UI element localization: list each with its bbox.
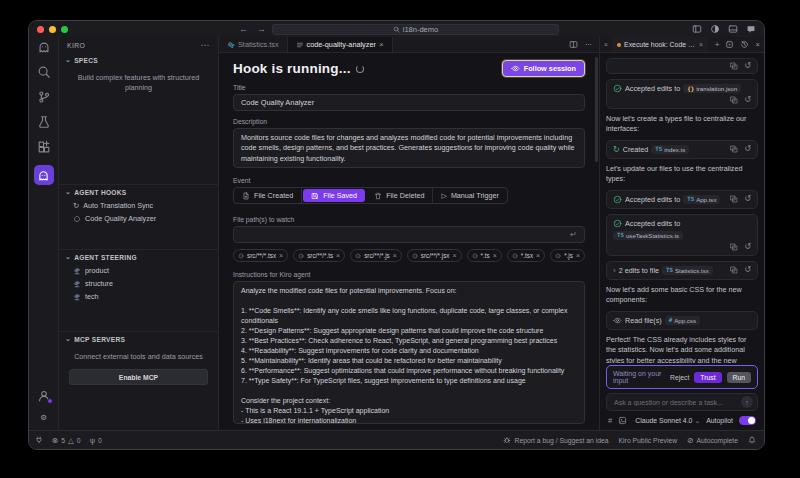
notifications-bell[interactable] — [748, 436, 756, 444]
kiro-logo-icon[interactable] — [37, 40, 51, 54]
expand-icon[interactable]: › — [613, 266, 616, 275]
chat-input[interactable]: Ask a question or describe a task... ↑ — [606, 393, 758, 411]
pattern-chip-clipped[interactable]: *.js× — [550, 249, 585, 262]
diff-icon[interactable] — [730, 266, 738, 274]
file-pill[interactable]: TSindex.ts — [651, 145, 689, 154]
sessions-icon[interactable] — [725, 40, 734, 49]
trust-button[interactable]: Trust — [694, 372, 721, 383]
attach-image-icon[interactable] — [618, 416, 627, 425]
tab-statistics[interactable]: Statistics.tsx — [219, 37, 288, 52]
agent-steering-header[interactable]: ⌄ AGENT STEERING — [59, 250, 218, 264]
hook-item-auto-translation[interactable]: ↻ Auto Translation Sync — [59, 199, 218, 212]
file-pill[interactable]: {}translation.json — [683, 84, 741, 93]
testing-flask-icon[interactable] — [37, 115, 51, 129]
chat-session-tab[interactable]: Execute hook: Code Q... × — [612, 37, 708, 52]
remove-chip-icon[interactable]: × — [393, 252, 397, 259]
history-icon[interactable] — [740, 40, 749, 49]
zoom-window-button[interactable] — [61, 26, 68, 33]
file-pill[interactable]: #App.css — [665, 316, 700, 325]
report-bug-button[interactable]: Report a bug / Suggest an idea — [503, 436, 608, 444]
pattern-chip[interactable]: src/**/*.tsx× — [233, 249, 288, 262]
remove-chip-icon[interactable]: × — [536, 252, 540, 259]
file-pill[interactable]: TSuseTaskStatistics.ts — [613, 231, 683, 240]
close-tab-icon[interactable]: × — [379, 40, 384, 49]
follow-session-button[interactable]: Follow session — [502, 60, 585, 77]
diff-icon[interactable] — [730, 96, 738, 104]
toggle-panel-icon[interactable] — [728, 24, 738, 34]
revert-icon[interactable]: ↺ — [744, 266, 751, 274]
title-input[interactable]: Code Quality Analyzer — [233, 94, 585, 111]
run-button[interactable]: Run — [727, 372, 751, 383]
close-panel-icon[interactable]: × — [755, 40, 759, 49]
event-file-saved-selected[interactable]: File Saved — [303, 189, 365, 202]
command-center-search[interactable]: i18n-demo — [272, 24, 559, 35]
steering-item-tech[interactable]: tech — [59, 290, 218, 303]
remove-chip-icon[interactable]: × — [493, 252, 497, 259]
pattern-chip[interactable]: src/**/*.js× — [350, 249, 402, 262]
remove-chip-icon[interactable]: × — [452, 252, 456, 259]
back-icon[interactable]: ← — [239, 21, 248, 37]
revert-icon[interactable]: ↺ — [744, 243, 751, 251]
problems-indicator[interactable]: ⊗ 5 △ 0 — [52, 436, 81, 445]
toggle-sidebar-icon[interactable] — [692, 24, 702, 34]
pattern-chip[interactable]: src/**/*.ts× — [293, 249, 345, 262]
send-button[interactable]: ↑ — [741, 396, 753, 408]
extensions-icon[interactable] — [37, 140, 51, 154]
steering-item-structure[interactable]: structure — [59, 277, 218, 290]
diff-icon[interactable] — [730, 195, 738, 203]
account-button[interactable] — [37, 389, 51, 403]
diff-icon[interactable] — [730, 243, 738, 251]
specs-header[interactable]: ⌄ SPECS — [59, 53, 218, 67]
search-view-icon[interactable] — [37, 65, 51, 79]
remote-indicator[interactable] — [35, 436, 43, 444]
revert-icon[interactable]: ↺ — [744, 96, 751, 104]
instructions-textarea[interactable]: Analyze the modified code files for pote… — [233, 281, 585, 424]
autocomplete-indicator[interactable]: ⊘ Autocomplete — [687, 436, 738, 445]
remove-chip-icon[interactable]: × — [576, 252, 580, 259]
event-manual-trigger[interactable]: ▷ Manual Trigger — [433, 188, 506, 203]
revert-icon[interactable]: ↺ — [744, 62, 751, 70]
reject-button[interactable]: Reject — [670, 374, 689, 381]
new-session-icon[interactable]: + — [715, 40, 719, 49]
kiro-preview-label[interactable]: Kiro Public Preview — [619, 437, 678, 444]
autopilot-toggle-on[interactable] — [739, 416, 756, 425]
event-file-created[interactable]: File Created — [234, 188, 302, 203]
minimize-window-button[interactable] — [49, 26, 56, 33]
diff-icon[interactable] — [730, 145, 738, 153]
mcp-servers-header[interactable]: ⌄ MCP SERVERS — [59, 332, 218, 346]
sidebar-more-icon[interactable]: ⋯ — [201, 40, 210, 50]
kiro-agent-view-active[interactable] — [34, 165, 54, 185]
steering-item-product[interactable]: product — [59, 264, 218, 277]
file-pill[interactable]: TSApp.tsx — [683, 195, 720, 204]
enable-mcp-button[interactable]: Enable MCP — [69, 369, 208, 385]
close-session-icon[interactable]: × — [699, 41, 703, 48]
vibes-indicator[interactable]: ψ 0 — [90, 436, 102, 445]
agent-hooks-header[interactable]: ⌄ AGENT HOOKS — [59, 185, 218, 199]
diff-icon[interactable] — [730, 62, 738, 70]
close-tab-icon[interactable]: × — [600, 37, 612, 52]
file-pill[interactable]: TSStatistics.tsx — [662, 266, 713, 275]
event-file-deleted[interactable]: File Deleted — [366, 188, 433, 203]
remove-chip-icon[interactable]: × — [279, 252, 283, 259]
chat-bubble-icon[interactable] — [746, 24, 756, 34]
model-selector[interactable]: Claude Sonnet 4.0 ⌄ — [635, 417, 700, 425]
settings-gear-icon[interactable]: ⚙ — [40, 412, 47, 424]
tab-code-quality-analyzer[interactable]: code-quality-analyzer × — [288, 37, 393, 52]
forward-icon[interactable]: → — [257, 21, 266, 37]
pattern-chip[interactable]: src/**/*.jsx× — [407, 249, 462, 262]
pattern-chip[interactable]: *.ts× — [467, 249, 502, 262]
description-textarea[interactable]: Monitors source code files for changes a… — [233, 128, 585, 168]
revert-icon[interactable]: ↺ — [744, 195, 751, 203]
revert-icon[interactable]: ↺ — [744, 145, 751, 153]
remove-chip-icon[interactable]: × — [336, 252, 340, 259]
hook-item-code-quality[interactable]: Code Quality Analyzer — [59, 212, 218, 225]
more-actions-icon[interactable]: ⋯ — [585, 40, 592, 49]
source-control-icon[interactable] — [37, 90, 51, 104]
context-hash-icon[interactable]: # — [608, 416, 612, 425]
pattern-chip[interactable]: *.tsx× — [507, 249, 545, 262]
split-editor-icon[interactable] — [569, 40, 578, 49]
file-path-input[interactable]: ↵ — [233, 226, 585, 243]
editor-scrollbar[interactable] — [595, 57, 598, 162]
layout-split-icon[interactable] — [710, 24, 720, 34]
close-window-button[interactable] — [37, 26, 44, 33]
